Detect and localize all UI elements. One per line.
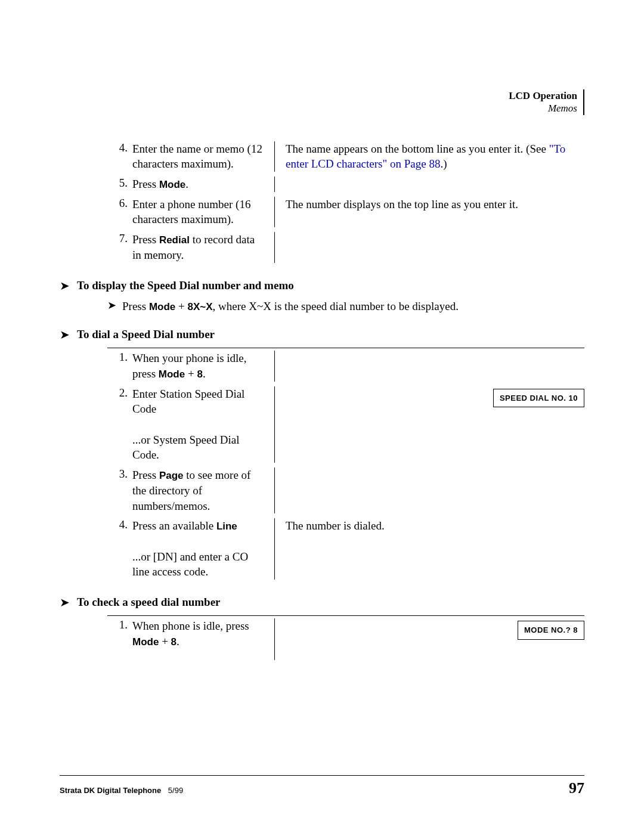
text: . xyxy=(177,635,179,648)
text: The name appears on the bottom line as y… xyxy=(286,143,549,155)
text: Press xyxy=(132,469,159,481)
step-number: 1. xyxy=(107,618,132,631)
step-result: The number displays on the top line as y… xyxy=(275,197,584,212)
step-result: The name appears on the bottom line as y… xyxy=(275,141,584,172)
key-label: Mode xyxy=(149,301,175,312)
text: + xyxy=(175,300,187,312)
step-number: 7. xyxy=(107,232,132,245)
step-action: Press Mode. xyxy=(132,176,274,192)
product-name: Strata DK Digital Telephone xyxy=(60,786,161,795)
step-row: 1. When phone is idle, press Mode + 8. M… xyxy=(107,616,584,662)
step-action: Press an available Line ...or [DN] and e… xyxy=(132,518,274,580)
bullet-text: Press Mode + 8X~X, where X~X is the spee… xyxy=(122,299,584,315)
step-number: 4. xyxy=(107,141,132,154)
text: Press xyxy=(132,178,159,190)
instruction-bullet: ➤ Press Mode + 8X~X, where X~X is the sp… xyxy=(107,299,584,315)
page-number: 97 xyxy=(569,779,584,797)
step-row: 4. Enter the name or memo (12 characters… xyxy=(107,139,584,174)
column-divider xyxy=(274,176,275,192)
text: Enter Station Speed Dial Code xyxy=(132,388,244,416)
text: .) xyxy=(440,157,447,170)
lcd-display: MODE NO.? 8 xyxy=(518,621,584,640)
column-divider xyxy=(274,467,275,513)
step-row: 1. When your phone is idle, press Mode +… xyxy=(107,348,584,384)
step-row: 5. Press Mode. xyxy=(107,174,584,194)
column-divider xyxy=(274,232,275,263)
page-footer: Strata DK Digital Telephone 5/99 97 xyxy=(60,775,584,797)
step-row: 7. Press Redial to record data in memory… xyxy=(107,230,584,265)
text: ...or System Speed Dial Code. xyxy=(132,433,239,462)
step-action: When phone is idle, press Mode + 8. xyxy=(132,618,274,649)
key-label: Line xyxy=(216,521,237,532)
running-header: LCD Operation Memos xyxy=(60,89,584,115)
text: + xyxy=(159,635,171,648)
key-label: 8 xyxy=(197,368,202,380)
text: Press xyxy=(132,233,159,246)
header-title: LCD Operation xyxy=(509,89,577,102)
section-heading: ➤ To check a speed dial number xyxy=(60,595,584,609)
text: + xyxy=(185,367,197,380)
step-action: Press Page to see more of the directory … xyxy=(132,467,274,513)
text: . xyxy=(185,178,188,190)
step-action: Enter the name or memo (12 characters ma… xyxy=(132,141,274,172)
footer-date: 5/99 xyxy=(168,786,183,795)
step-result: MODE NO.? 8 xyxy=(275,618,584,642)
key-label: 8 xyxy=(171,636,177,648)
heading-text: To check a speed dial number xyxy=(77,596,221,609)
text: Press xyxy=(122,300,149,312)
key-label: Mode xyxy=(159,179,185,190)
step-number: 6. xyxy=(107,197,132,210)
text: ...or [DN] and enter a CO line access co… xyxy=(132,550,248,578)
step-number: 3. xyxy=(107,467,132,481)
step-row: 6. Enter a phone number (16 characters m… xyxy=(107,194,584,230)
key-label: 8X~X xyxy=(187,301,212,312)
text: , where X~X is the speed dial number to … xyxy=(213,300,459,312)
step-result: SPEED DIAL NO. 10 xyxy=(275,386,584,410)
key-label: Mode xyxy=(159,368,185,380)
step-number: 5. xyxy=(107,176,132,190)
step-result: The number is dialed. xyxy=(275,518,584,534)
key-label: Redial xyxy=(159,234,190,246)
page: LCD Operation Memos 4. Enter the name or… xyxy=(0,0,644,833)
step-action: Enter a phone number (16 characters maxi… xyxy=(132,197,274,227)
step-number: 1. xyxy=(107,351,132,364)
arrow-icon: ➤ xyxy=(60,595,70,609)
section-heading: ➤ To dial a Speed Dial number xyxy=(60,327,584,342)
step-row: 2. Enter Station Speed Dial Code ...or S… xyxy=(107,384,584,465)
step-action: Enter Station Speed Dial Code ...or Syst… xyxy=(132,386,274,463)
step-number: 4. xyxy=(107,518,132,531)
key-label: Page xyxy=(159,470,184,481)
section-heading: ➤ To display the Speed Dial number and m… xyxy=(60,278,584,293)
heading-text: To display the Speed Dial number and mem… xyxy=(77,279,294,292)
text: When phone is idle, press xyxy=(132,620,249,632)
column-divider xyxy=(274,351,275,382)
heading-text: To dial a Speed Dial number xyxy=(77,328,215,341)
text: Press an available xyxy=(132,519,216,532)
step-action: When your phone is idle, press Mode + 8. xyxy=(132,351,274,382)
steps-dial: 1. When your phone is idle, press Mode +… xyxy=(107,348,584,582)
step-action: Press Redial to record data in memory. xyxy=(132,232,274,263)
arrow-icon: ➤ xyxy=(107,299,116,312)
text: . xyxy=(203,367,206,380)
key-label: Mode xyxy=(132,636,159,648)
arrow-icon: ➤ xyxy=(60,278,70,293)
footer-product: Strata DK Digital Telephone 5/99 xyxy=(60,786,183,795)
header-subtitle: Memos xyxy=(509,102,577,114)
steps-continued: 4. Enter the name or memo (12 characters… xyxy=(107,139,584,265)
step-row: 3. Press Page to see more of the directo… xyxy=(107,465,584,516)
lcd-display: SPEED DIAL NO. 10 xyxy=(493,389,584,408)
steps-check: 1. When phone is idle, press Mode + 8. M… xyxy=(107,615,584,662)
content-area: LCD Operation Memos 4. Enter the name or… xyxy=(60,89,584,773)
step-number: 2. xyxy=(107,386,132,400)
arrow-icon: ➤ xyxy=(60,327,70,342)
step-row: 4. Press an available Line ...or [DN] an… xyxy=(107,516,584,582)
